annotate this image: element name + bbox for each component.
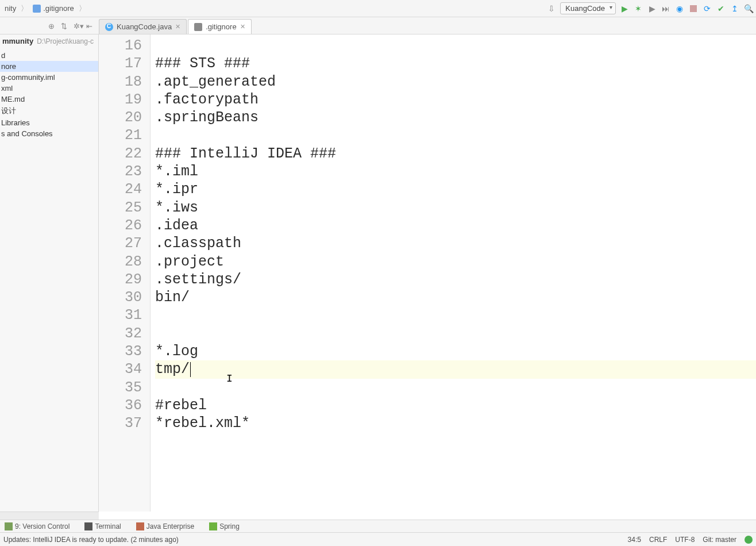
line-number: 28 [99, 253, 142, 271]
code-line[interactable]: .factorypath [155, 91, 756, 109]
gear-icon[interactable]: ✲▾ [74, 22, 82, 30]
tree-item[interactable]: g-community.iml [0, 72, 98, 83]
toolwindow-terminal[interactable]: Terminal [82, 522, 123, 530]
tree-item[interactable]: ME.md [0, 94, 98, 105]
close-icon[interactable]: ✕ [175, 23, 180, 30]
toolwindow-label: 9: Version Control [15, 522, 70, 530]
vcs-update-icon[interactable]: ✔ [716, 3, 726, 14]
search-icon[interactable]: 🔍 [743, 3, 754, 14]
line-number: 33 [99, 343, 142, 360]
code-line[interactable]: #rebel [155, 397, 756, 414]
main-split: mmunity D:\Project\kuang-c dnoreg-commun… [0, 34, 756, 512]
code-line[interactable]: *.iws [155, 199, 756, 217]
toolwindow-jee[interactable]: Java Enterprise [134, 522, 196, 530]
tree-item[interactable]: d [0, 50, 98, 61]
code-area[interactable]: I ### STS ###.apt_generated.factorypath.… [151, 34, 756, 512]
line-number: 20 [99, 109, 142, 126]
line-number: 18 [99, 73, 142, 91]
vcs-push-icon[interactable]: ↥ [730, 3, 740, 14]
tab-label: KuangCode.java [117, 22, 172, 31]
line-number: 19 [99, 91, 142, 109]
project-root[interactable]: mmunity D:\Project\kuang-c [0, 34, 98, 48]
tab-kuangcode-java[interactable]: KuangCode.java ✕ [99, 19, 187, 34]
file-encoding[interactable]: UTF-8 [675, 536, 695, 544]
breadcrumb: nity 〉 .gitignore 〉 [1, 0, 86, 17]
code-line[interactable]: tmp/ [155, 360, 756, 378]
profile-icon[interactable]: ⏭ [661, 3, 671, 14]
close-icon[interactable]: ✕ [240, 23, 245, 30]
tree-item[interactable]: 设计 [0, 105, 98, 117]
code-line[interactable]: .settings/ [155, 271, 756, 289]
inspection-indicator-icon[interactable] [745, 536, 753, 544]
status-right: 34:5 CRLF UTF-8 Git: master [628, 536, 753, 544]
code-line[interactable]: *.ipr [155, 180, 756, 198]
tree-item[interactable]: Libraries [0, 117, 98, 128]
editor-tabs: KuangCode.java ✕ .gitignore ✕ [99, 17, 253, 34]
code-line[interactable]: .apt_generated [155, 73, 756, 91]
code-editor[interactable]: 1617181920212223242526272829303132333435… [99, 34, 756, 512]
locate-icon[interactable]: ⊕ [48, 22, 56, 30]
code-line[interactable] [155, 37, 756, 55]
line-number: 21 [99, 126, 142, 144]
status-bar: Updates: IntelliJ IDEA is ready to updat… [0, 532, 756, 546]
code-line[interactable]: .idea [155, 217, 756, 234]
hide-icon[interactable]: ⇤ [86, 22, 94, 30]
caret [190, 362, 191, 377]
code-line[interactable]: ### IntelliJ IDEA ### [155, 145, 756, 163]
line-number: 25 [99, 199, 142, 217]
java-ee-icon [136, 522, 144, 530]
line-number: 26 [99, 217, 142, 234]
line-number: 24 [99, 180, 142, 198]
project-name: mmunity [2, 37, 33, 45]
code-line[interactable] [155, 126, 756, 144]
stop-icon[interactable] [688, 3, 699, 14]
update-icon[interactable]: ⟳ [702, 3, 712, 14]
tab-row: ⊕ ⇅ ✲▾ ⇤ KuangCode.java ✕ .gitignore ✕ [0, 17, 756, 34]
toolwindow-vcs[interactable]: 9: Version Control [2, 522, 72, 530]
breadcrumb-file-label: .gitignore [43, 4, 74, 13]
code-line[interactable]: bin/ [155, 289, 756, 306]
project-sidebar[interactable]: mmunity D:\Project\kuang-c dnoreg-commun… [0, 34, 99, 512]
code-line[interactable]: *rebel.xml* [155, 414, 756, 432]
code-line[interactable]: *.iml [155, 163, 756, 180]
breadcrumb-file[interactable]: .gitignore [29, 0, 77, 17]
tab-gitignore[interactable]: .gitignore ✕ [188, 19, 251, 34]
code-line[interactable]: ### STS ### [155, 55, 756, 72]
java-class-icon [105, 23, 113, 31]
tree-item[interactable]: s and Consoles [0, 128, 98, 139]
run-config-select[interactable]: KuangCode [560, 2, 616, 14]
toolwindow-label: Java Enterprise [146, 522, 194, 530]
build-icon[interactable]: ⇩ [546, 3, 557, 14]
toolwindow-spring[interactable]: Spring [207, 522, 242, 530]
coverage-icon[interactable]: ▶ [647, 3, 657, 14]
code-line[interactable]: .classpath [155, 234, 756, 252]
status-message[interactable]: Updates: IntelliJ IDEA is ready to updat… [3, 536, 179, 544]
sidebar-strip [0, 512, 99, 520]
tree-item[interactable]: xml [0, 83, 98, 94]
project-tree[interactable]: dnoreg-community.imlxmlME.md设计Librariess… [0, 48, 98, 139]
line-separator[interactable]: CRLF [649, 536, 667, 544]
line-number: 23 [99, 163, 142, 180]
breadcrumb-project[interactable]: nity [1, 0, 20, 17]
line-number: 37 [99, 414, 142, 432]
tree-item[interactable]: nore [0, 61, 98, 72]
line-number: 16 [99, 37, 142, 55]
code-line[interactable]: .springBeans [155, 109, 756, 126]
line-number: 17 [99, 55, 142, 72]
run-icon[interactable]: ▶ [619, 3, 630, 14]
code-line[interactable]: .project [155, 253, 756, 271]
expand-icon[interactable]: ⇅ [61, 22, 69, 30]
line-number: 22 [99, 145, 142, 163]
line-number: 35 [99, 379, 142, 397]
code-line[interactable]: *.log [155, 343, 756, 360]
debug-icon[interactable]: ✶ [633, 3, 643, 14]
code-line[interactable] [155, 306, 756, 324]
git-branch[interactable]: Git: master [703, 536, 736, 544]
attach-icon[interactable]: ◉ [674, 3, 685, 14]
line-number: 31 [99, 306, 142, 324]
code-line[interactable] [155, 325, 756, 343]
navigation-bar: nity 〉 .gitignore 〉 ⇩ KuangCode ▶ ✶ ▶ ⏭ … [0, 0, 756, 17]
caret-position[interactable]: 34:5 [628, 536, 641, 544]
tab-label: .gitignore [206, 22, 236, 31]
code-line[interactable] [155, 379, 756, 397]
